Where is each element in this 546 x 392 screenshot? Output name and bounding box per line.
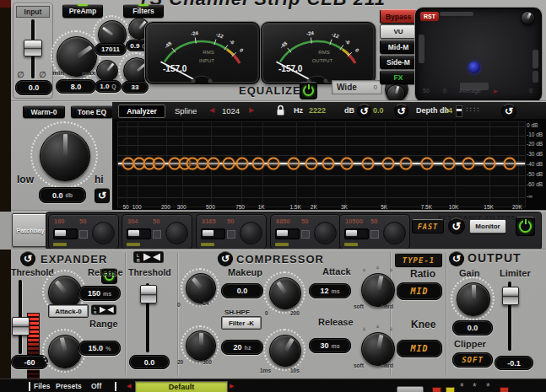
- expander-release-value[interactable]: 150ms: [78, 286, 121, 301]
- expander-reset-icon[interactable]: ↺: [20, 251, 35, 266]
- presets-button[interactable]: Presets: [56, 382, 82, 390]
- module-slider[interactable]: [53, 228, 78, 239]
- module-slider[interactable]: [344, 228, 369, 239]
- fx-button[interactable]: FX: [380, 70, 417, 84]
- tone-reset-icon[interactable]: ↺: [95, 188, 110, 203]
- gain-knob[interactable]: [457, 282, 490, 316]
- module-slider-handle[interactable]: [55, 230, 66, 236]
- preset-prev-icon[interactable]: ◀: [127, 383, 131, 389]
- compressor-reset-icon[interactable]: ↺: [218, 251, 233, 266]
- eq-band-node[interactable]: [442, 158, 455, 170]
- module-mode-icon[interactable]: [370, 230, 379, 239]
- fft-prev-icon[interactable]: ◀: [209, 106, 214, 114]
- vu-mode-button[interactable]: VU: [380, 24, 417, 39]
- files-button[interactable]: Files: [34, 382, 50, 390]
- comp-attack-value[interactable]: 12ms: [309, 283, 351, 298]
- gain-reset-icon[interactable]: ↺: [357, 104, 371, 118]
- eq-reset-icon[interactable]: ↺: [501, 104, 516, 119]
- compressor-threshold-value[interactable]: 0.0: [129, 355, 170, 369]
- off-button[interactable]: Off: [91, 382, 101, 390]
- eq-band-node[interactable]: [251, 158, 264, 170]
- filter-q2-knob[interactable]: [96, 60, 118, 82]
- module-slider[interactable]: [275, 228, 300, 239]
- eq-band-node[interactable]: [462, 158, 474, 170]
- hz-value[interactable]: 2222: [309, 106, 326, 115]
- module-slider[interactable]: [201, 228, 225, 239]
- mid-mute-button[interactable]: Mid-M: [380, 40, 417, 54]
- eq-band-node[interactable]: [504, 158, 516, 170]
- eq-band-node[interactable]: [208, 158, 220, 170]
- bypass-button[interactable]: Bypass: [380, 9, 417, 24]
- expander-attack-mode-button[interactable]: Attack-0: [48, 304, 89, 318]
- preset-display[interactable]: Default: [135, 381, 228, 392]
- comp-mix-knob[interactable]: [186, 273, 216, 303]
- tone-eq-button[interactable]: Tone EQ: [71, 105, 113, 118]
- ratio-value[interactable]: MID: [397, 282, 442, 300]
- eq-band-node[interactable]: [267, 158, 279, 170]
- limiter-value[interactable]: -0.1: [495, 356, 533, 370]
- resonance-power-button[interactable]: [516, 217, 535, 236]
- wide-control[interactable]: Wide 0: [332, 80, 382, 94]
- comp-hpf-knob[interactable]: [186, 330, 216, 361]
- scope-right-handle[interactable]: [532, 50, 538, 68]
- module-knob[interactable]: [92, 222, 115, 244]
- expander-range-value[interactable]: 15.0%: [78, 341, 121, 356]
- filter-slope-value[interactable]: 33: [122, 81, 149, 94]
- module-knob[interactable]: [383, 222, 406, 244]
- module-slider-handle[interactable]: [346, 230, 357, 236]
- module-mode-icon[interactable]: [301, 230, 310, 239]
- phase-left-icon[interactable]: ∅: [17, 70, 24, 79]
- module-mode-icon[interactable]: [153, 230, 161, 239]
- limiter-fader-handle[interactable]: [502, 287, 519, 305]
- scope-top-handle[interactable]: [440, 12, 473, 16]
- hpf-value[interactable]: 20hz: [221, 340, 263, 355]
- eq-band-node[interactable]: [362, 158, 375, 170]
- expander-threshold-fader-handle[interactable]: [12, 317, 30, 336]
- stereo-link-icon[interactable]: L R: [133, 251, 164, 263]
- module-knob[interactable]: [314, 222, 337, 244]
- eq-band-node[interactable]: [222, 158, 235, 170]
- filter-q2-value[interactable]: 1.0Q: [95, 80, 122, 93]
- expander-range-knob[interactable]: [48, 335, 82, 368]
- knee-knob[interactable]: [361, 332, 395, 366]
- resonance-reset-icon[interactable]: ↺: [448, 217, 465, 234]
- fast-button[interactable]: FAST: [412, 219, 444, 234]
- module-mode-icon[interactable]: [227, 230, 235, 239]
- comp-attack-knob[interactable]: [269, 277, 301, 309]
- filter-freq-value[interactable]: 17011: [95, 43, 127, 56]
- makeup-value[interactable]: 0.0: [221, 283, 263, 298]
- module-slider-handle[interactable]: [128, 230, 139, 236]
- eq-plot-area[interactable]: [117, 121, 526, 207]
- eq-band-node[interactable]: [322, 158, 335, 170]
- grid-dots-icon[interactable]: ∶∶∶∶: [466, 105, 480, 114]
- scope-right-handle2[interactable]: [532, 71, 538, 83]
- equalizer-power-button[interactable]: [300, 82, 317, 99]
- monitor-button[interactable]: Monitor: [469, 219, 506, 234]
- expander-link-icon[interactable]: L R: [91, 304, 116, 315]
- scope-left-handle[interactable]: [419, 35, 424, 63]
- gain-value[interactable]: 0.0: [452, 320, 493, 336]
- comp-release-knob[interactable]: [269, 335, 301, 367]
- spline-label[interactable]: Spline: [175, 106, 197, 115]
- eq-band-node[interactable]: [341, 158, 354, 170]
- ratio-knob[interactable]: [361, 273, 395, 307]
- depth-mini-slider[interactable]: [456, 105, 462, 117]
- eq-band-node[interactable]: [400, 158, 413, 170]
- eq-band-node[interactable]: [484, 158, 496, 170]
- preset-next-icon[interactable]: ▶: [230, 383, 234, 389]
- eq-band-node[interactable]: [236, 158, 249, 170]
- compressor-threshold-fader-handle[interactable]: [140, 285, 157, 303]
- eq-band-node[interactable]: [381, 158, 394, 170]
- depth-value[interactable]: 14: [444, 106, 452, 115]
- analyzer-button[interactable]: Analyzer: [118, 105, 165, 118]
- patchbay-button[interactable]: Patchbay: [12, 213, 49, 247]
- q-reset-icon[interactable]: ↺: [394, 104, 408, 118]
- fft-next-icon[interactable]: ▶: [249, 106, 254, 114]
- module-slider-handle[interactable]: [277, 230, 288, 236]
- lock-icon[interactable]: [276, 105, 285, 116]
- module-slider[interactable]: [127, 228, 151, 239]
- footer-button[interactable]: [397, 386, 424, 392]
- eq-band-node[interactable]: [421, 158, 434, 170]
- tone-knob[interactable]: [40, 131, 90, 181]
- fft-size-value[interactable]: 1024: [222, 106, 240, 115]
